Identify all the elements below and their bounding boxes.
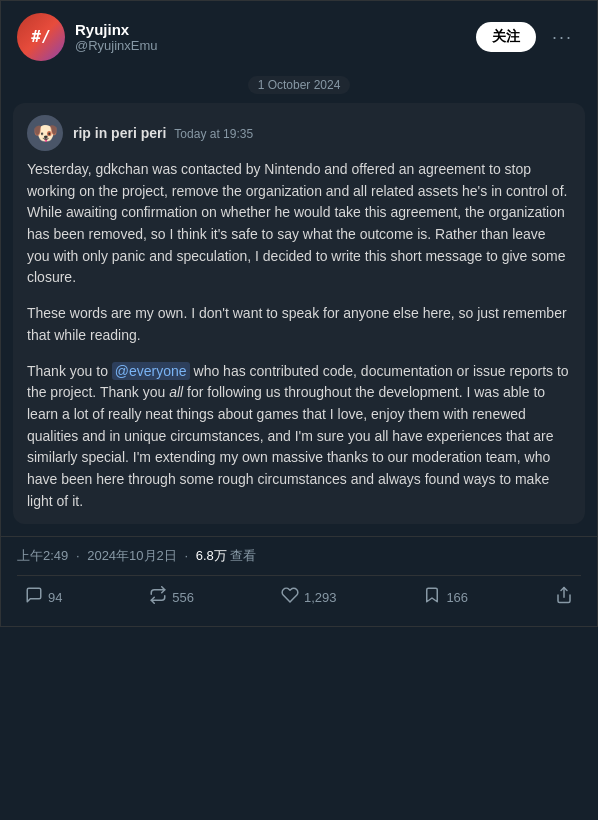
retweet-action[interactable]: 556 (141, 580, 202, 614)
paragraph-1: Yesterday, gdkchan was contacted by Nint… (27, 159, 571, 289)
italic-all: all (169, 384, 183, 400)
retweet-icon (149, 586, 167, 608)
like-action[interactable]: 1,293 (273, 580, 345, 614)
avatar[interactable]: #/ (17, 13, 65, 61)
bookmark-icon (423, 586, 441, 608)
tweet-container: #/ Ryujinx @RyujinxEmu 关注 ··· 1 October … (0, 0, 598, 627)
more-button[interactable]: ··· (544, 23, 581, 52)
paragraph-3: Thank you to @everyone who has contribut… (27, 361, 571, 513)
bookmark-count: 166 (446, 590, 468, 605)
dot-separator-2: · (184, 548, 191, 563)
share-action[interactable] (547, 580, 581, 614)
account-handle[interactable]: @RyujinxEmu (75, 38, 158, 53)
msg-timestamp: Today at 19:35 (174, 127, 253, 141)
header-actions: 关注 ··· (476, 22, 581, 52)
bookmark-action[interactable]: 166 (415, 580, 476, 614)
share-icon (555, 586, 573, 608)
reply-count: 94 (48, 590, 62, 605)
tweet-views: 6.8万 (196, 548, 227, 563)
message-area: 🐶 rip in peri peri Today at 19:35 Yester… (13, 103, 585, 524)
paragraph-2: These words are my own. I don't want to … (27, 303, 571, 346)
mention-everyone[interactable]: @everyone (112, 362, 190, 380)
date-separator: 1 October 2024 (1, 69, 597, 103)
msg-author-info: rip in peri peri Today at 19:35 (73, 125, 253, 141)
logo-symbol: #/ (31, 29, 50, 45)
message-header: 🐶 rip in peri peri Today at 19:35 (27, 115, 571, 151)
message-body: Yesterday, gdkchan was contacted by Nint… (27, 159, 571, 512)
tweet-date: 2024年10月2日 (87, 548, 177, 563)
like-icon (281, 586, 299, 608)
retweet-count: 556 (172, 590, 194, 605)
dot-separator: · (76, 548, 83, 563)
account-section: #/ Ryujinx @RyujinxEmu (17, 13, 158, 61)
account-info: Ryujinx @RyujinxEmu (75, 21, 158, 53)
like-count: 1,293 (304, 590, 337, 605)
date-label: 1 October 2024 (248, 76, 351, 94)
msg-author-name: rip in peri peri (73, 125, 166, 141)
reply-action[interactable]: 94 (17, 580, 70, 614)
tweet-header: #/ Ryujinx @RyujinxEmu 关注 ··· (1, 1, 597, 69)
account-name[interactable]: Ryujinx (75, 21, 158, 38)
message-avatar: 🐶 (27, 115, 63, 151)
tweet-time: 上午2:49 (17, 548, 68, 563)
tweet-footer: 上午2:49 · 2024年10月2日 · 6.8万 查看 94 556 (1, 536, 597, 626)
action-bar: 94 556 1,293 166 (17, 575, 581, 618)
follow-button[interactable]: 关注 (476, 22, 536, 52)
reply-icon (25, 586, 43, 608)
tweet-views-text: 查看 (230, 548, 256, 563)
tweet-meta: 上午2:49 · 2024年10月2日 · 6.8万 查看 (17, 547, 581, 565)
